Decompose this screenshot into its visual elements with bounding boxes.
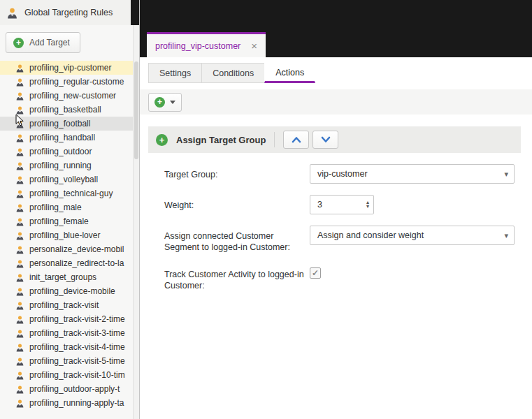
close-icon[interactable]: × (251, 41, 257, 51)
track-activity-label: Track Customer Activity to logged-in Cus… (164, 264, 310, 291)
list-item[interactable]: profiling_female (0, 214, 139, 228)
list-item[interactable]: profiling_handball (0, 131, 139, 145)
person-icon (6, 7, 18, 19)
person-icon (15, 119, 24, 128)
list-item-label: profiling_track-visit-4-time (29, 342, 125, 352)
list-item[interactable]: profiling_track-visit-2-time (0, 312, 139, 326)
list-item[interactable]: profiling_device-mobile (0, 284, 139, 298)
person-icon (15, 385, 24, 394)
list-item[interactable]: profiling_blue-lover (0, 228, 139, 242)
list-item-label: init_target_groups (29, 272, 96, 282)
sidebar-scrollbar[interactable] (133, 25, 139, 419)
sidebar-tab-title: Global Targeting Rules (24, 8, 113, 17)
list-item-label: profiling_football (29, 119, 90, 128)
weight-stepper[interactable]: ▴ ▾ (366, 200, 369, 209)
add-icon[interactable]: + (156, 134, 168, 146)
list-item[interactable]: profiling_track-visit-10-tim (0, 368, 139, 382)
person-icon (15, 189, 24, 198)
form-row-track-activity: Track Customer Activity to logged-in Cus… (164, 264, 532, 291)
form-row-target-group: Target Group: vip-customer ▾ (164, 164, 532, 184)
list-item[interactable]: profiling_male (0, 200, 139, 214)
chevron-down-icon: ▾ (504, 170, 508, 178)
action-section-header: + Assign Target Group (148, 126, 521, 153)
form-row-segment-assignment: Assign connected Customer Segment to log… (164, 226, 532, 253)
list-item[interactable]: profiling_basketball (0, 103, 139, 117)
form-row-weight: Weight: 3 ▴ ▾ (164, 195, 532, 214)
tab-profiling-vip-customer[interactable]: profiling_vip-customer × (147, 32, 266, 57)
list-item[interactable]: profiling_running-apply-ta (0, 396, 139, 410)
main-panel: profiling_vip-customer × Settings Condit… (140, 0, 532, 419)
person-icon (15, 287, 24, 296)
move-down-button[interactable] (312, 131, 338, 149)
person-icon (15, 78, 24, 87)
list-item[interactable]: profiling_regular-custome (0, 75, 139, 89)
move-up-button[interactable] (283, 131, 309, 149)
sidebar-tab-global-targeting-rules[interactable]: Global Targeting Rules (0, 0, 131, 25)
list-item[interactable]: profiling_outdoor-apply-t (0, 382, 139, 396)
list-item[interactable]: profiling_volleyball (0, 172, 139, 186)
person-icon (15, 343, 24, 352)
person-icon (15, 175, 24, 184)
list-item[interactable]: profiling_track-visit-3-time (0, 326, 139, 340)
chevron-down-icon (170, 101, 175, 104)
subtab-row: Settings Conditions Actions (148, 63, 532, 83)
add-target-button[interactable]: + Add Target (6, 32, 80, 53)
sidebar-header: Global Targeting Rules (0, 0, 139, 25)
chevron-down-icon (321, 136, 331, 143)
person-icon (15, 91, 24, 101)
person-icon (15, 203, 24, 212)
person-icon (15, 105, 24, 115)
weight-value: 3 (310, 200, 366, 210)
tab-conditions[interactable]: Conditions (201, 63, 265, 83)
list-item[interactable]: profiling_new-customer (0, 89, 139, 103)
list-item-label: profiling_vip-customer (29, 63, 111, 73)
list-item[interactable]: profiling_technical-guy (0, 186, 139, 200)
list-item[interactable]: profiling_football (0, 117, 139, 131)
list-item-label: profiling_outdoor-apply-t (29, 384, 120, 394)
tab-settings[interactable]: Settings (148, 63, 202, 83)
list-item-label: personalize_device-mobil (29, 244, 124, 254)
list-item[interactable]: profiling_running (0, 159, 139, 172)
person-icon (15, 217, 24, 226)
person-icon (15, 147, 24, 156)
person-icon (15, 161, 24, 170)
list-item-label: profiling_regular-custome (29, 77, 124, 87)
list-item-label: profiling_track-visit-10-tim (29, 370, 125, 380)
list-item[interactable]: profiling_vip-customer (0, 61, 139, 75)
add-action-button[interactable]: + (148, 93, 182, 112)
list-item[interactable]: profiling_track-visit (0, 298, 139, 312)
list-item-label: personalize_redirect-to-la (29, 258, 124, 268)
person-icon (15, 245, 24, 254)
add-target-label: Add Target (29, 38, 70, 47)
target-group-select[interactable]: vip-customer ▾ (310, 164, 515, 184)
person-icon (15, 301, 24, 310)
list-item-label: profiling_female (29, 216, 89, 226)
person-icon (15, 371, 24, 380)
main-header: profiling_vip-customer × (140, 0, 532, 57)
list-item[interactable]: profiling_outdoor (0, 145, 139, 159)
list-item[interactable]: init_target_groups (0, 270, 139, 284)
chevron-up-icon (292, 136, 301, 143)
scrollbar-thumb[interactable] (134, 61, 138, 159)
person-icon (15, 357, 24, 366)
target-list: profiling_vip-customer profiling_regular… (0, 61, 139, 410)
target-group-value: vip-customer (317, 169, 368, 179)
list-item-label: profiling_technical-guy (29, 189, 113, 198)
list-item-label: profiling_track-visit-2-time (29, 314, 125, 324)
list-item[interactable]: personalize_redirect-to-la (0, 256, 139, 270)
track-activity-checkbox[interactable]: ✓ (310, 267, 321, 279)
list-item[interactable]: profiling_track-visit-5-time (0, 354, 139, 368)
tab-actions[interactable]: Actions (264, 63, 315, 83)
person-icon (15, 315, 24, 324)
weight-input[interactable]: 3 ▴ ▾ (310, 195, 374, 214)
segment-assignment-select[interactable]: Assign and consider weight ▾ (310, 226, 515, 245)
person-icon (15, 329, 24, 338)
spinner-down-icon[interactable]: ▾ (366, 205, 369, 209)
list-item-label: profiling_new-customer (29, 91, 116, 101)
list-item[interactable]: profiling_track-visit-4-time (0, 340, 139, 354)
add-icon: + (13, 38, 24, 48)
section-title: Assign Target Group (176, 135, 266, 145)
list-item-label: profiling_track-visit-3-time (29, 328, 125, 338)
list-item[interactable]: personalize_device-mobil (0, 242, 139, 256)
list-item-label: profiling_basketball (29, 105, 101, 115)
